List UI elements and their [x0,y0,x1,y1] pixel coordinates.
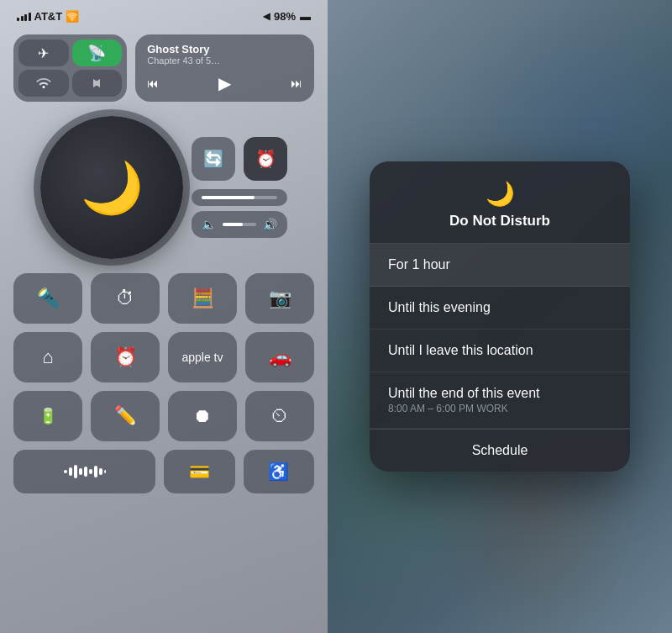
dnd-popup-title: Do Not Disturb [449,213,550,229]
np-rewind-icon[interactable]: ⏮ [147,76,159,90]
signal-bar-4 [29,13,31,21]
volume-slider[interactable]: 🔈 🔊 [192,211,287,238]
orientation-brightness-row: 🔄 ⏰ [192,137,287,181]
status-bar: AT&T 🛜 ◀ 98% ▬ [0,0,328,28]
timer-tile[interactable]: ⏱ [91,273,160,324]
screen-record-tile[interactable]: ⏺ [168,391,237,441]
now-playing-block: Ghost Story Chapter 43 of 5… ⏮ ▶ ⏭ [135,34,314,102]
svg-rect-5 [89,469,92,474]
connectivity-block: ✈ 📡 [13,34,127,102]
utility-icons-row: 🔦 ⏱ 🧮 📷 [13,273,314,324]
dnd-option-label: For 1 hour [388,257,612,272]
right-of-dnd: 🔄 ⏰ 🔈 [192,137,287,238]
home-tile[interactable]: ⌂ [13,332,82,382]
battery-status-tile[interactable]: 🔋 [13,391,82,441]
brightness-fill [202,196,255,199]
dnd-large-button[interactable]: 🌙 [40,116,183,259]
do-not-disturb-small-tile[interactable]: ⏰ [244,137,287,181]
volume-row: 🔈 🔊 [202,218,277,231]
bluetooth-tile[interactable] [72,70,123,97]
orientation-lock-tile[interactable]: 🔄 [192,137,235,181]
svg-rect-2 [74,465,77,478]
dnd-option-schedule[interactable]: Schedule [370,429,630,472]
volume-icon: 🔈 [202,218,216,231]
np-controls: ⏮ ▶ ⏭ [147,73,302,93]
svg-rect-4 [84,467,87,477]
bottom-sound-row: 💳 ♿ [13,450,314,493]
np-subtitle-text: Chapter 43 of 5… [147,55,302,66]
dnd-popup: 🌙 Do Not Disturb For 1 hour Until this e… [370,161,630,472]
dnd-option-until-evening[interactable]: Until this evening [370,287,630,330]
sliders-col: 🔈 🔊 [192,189,287,238]
notes-tile[interactable]: ✏️ [91,391,160,441]
right-panel: 🌙 Do Not Disturb For 1 hour Until this e… [328,0,672,633]
svg-rect-6 [94,466,97,477]
signal-bar-1 [17,18,19,21]
svg-rect-1 [69,467,72,476]
dnd-option-until-event[interactable]: Until the end of this event 8:00 AM – 6:… [370,372,630,429]
signal-bars [17,13,31,21]
dnd-option-for-1-hour[interactable]: For 1 hour [370,244,630,287]
dnd-option-label: Until this evening [388,300,612,315]
calculator-tile[interactable]: 🧮 [168,273,237,324]
brightness-slider[interactable] [192,189,287,206]
dnd-option-label: Until I leave this location [388,343,612,358]
flashlight-tile[interactable]: 🔦 [13,273,82,324]
dnd-popup-header: 🌙 Do Not Disturb [370,161,630,243]
wallet-tile[interactable]: 💳 [164,450,235,493]
dnd-moon-large-icon: 🌙 [81,158,144,218]
dnd-popup-moon-icon: 🌙 [486,180,515,208]
bottom-icons-row: 🔋 ✏️ ⏺ ⏲ [13,391,314,441]
brightness-track [202,196,277,199]
signal-bar-2 [21,16,24,21]
np-title: Ghost Story Chapter 43 of 5… [147,43,302,66]
battery-pct-label: 98% [274,10,296,23]
left-panel: AT&T 🛜 ◀ 98% ▬ ✈ 📡 [0,0,328,633]
dnd-option-event-sub: 8:00 AM – 6:00 PM WORK [388,403,612,414]
svg-rect-0 [64,470,67,473]
accessibility-tile[interactable]: ♿ [244,450,315,493]
carplay-tile[interactable]: 🚗 [245,332,314,382]
location-icon: ◀ [263,11,270,22]
camera-tile[interactable]: 📷 [245,273,314,324]
signal-bar-3 [24,14,27,21]
svg-rect-7 [99,468,102,475]
cc-top-row: ✈ 📡 Ghost Story [13,34,314,102]
wifi-tile[interactable] [18,70,69,97]
svg-rect-3 [79,468,82,475]
status-right: ◀ 98% ▬ [263,10,311,23]
volume-fill [223,223,243,226]
airplane-mode-tile[interactable]: ✈ [18,40,69,66]
np-title-text: Ghost Story [147,43,302,55]
alarm-tile[interactable]: ⏰ [91,332,160,382]
dnd-large-row: 🌙 🔄 ⏰ [13,112,314,263]
np-play-icon[interactable]: ▶ [218,73,231,93]
app-icons-row: ⌂ ⏰ apple tv 🚗 [13,332,314,382]
np-forward-icon[interactable]: ⏭ [291,76,302,90]
volume-max-icon: 🔊 [263,218,277,231]
dnd-option-until-location[interactable]: Until I leave this location [370,330,630,372]
wifi-icon: 🛜 [66,10,79,23]
appletv-tile[interactable]: apple tv [168,332,237,382]
control-center: ✈ 📡 Ghost Story [0,28,328,500]
carrier-label: AT&T [34,10,63,23]
volume-track [223,223,256,226]
svg-rect-8 [104,470,106,473]
world-clock-tile[interactable]: ⏲ [245,391,314,441]
status-left: AT&T 🛜 [17,10,79,23]
voice-memos-tile[interactable] [13,450,155,493]
dnd-schedule-label: Schedule [472,443,528,458]
battery-icon: ▬ [300,10,311,23]
wifi-calling-tile[interactable]: 📡 [72,40,123,66]
dnd-option-main-label: Until the end of this event [388,386,612,401]
